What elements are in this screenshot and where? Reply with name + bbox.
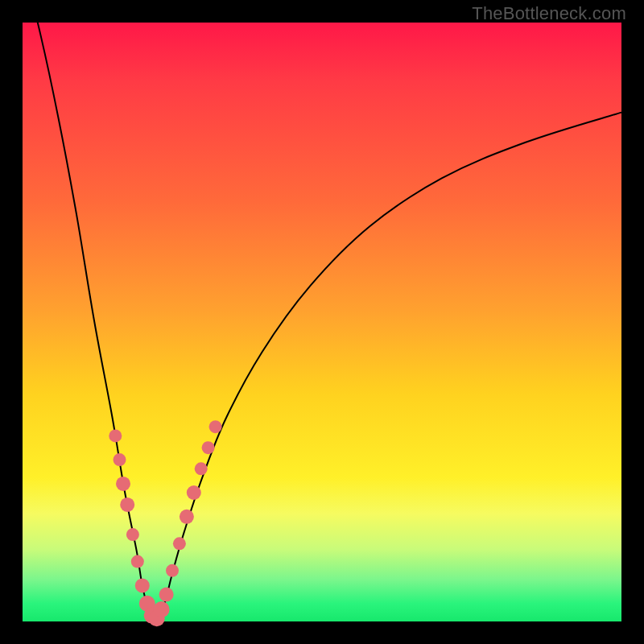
highlight-marker (109, 429, 122, 442)
highlight-marker (180, 510, 194, 524)
highlight-marker (187, 485, 201, 500)
highlight-marker (173, 537, 186, 550)
marker-group (109, 420, 221, 626)
highlight-marker (116, 477, 130, 491)
highlight-marker (114, 453, 126, 466)
highlight-marker (202, 441, 215, 454)
highlight-marker (209, 420, 222, 433)
plot-area (23, 23, 621, 621)
frame: TheBottleneck.com (0, 0, 644, 644)
bottleneck-curve (23, 0, 621, 621)
highlight-marker (131, 555, 144, 568)
highlight-marker (154, 601, 170, 617)
highlight-marker (195, 462, 208, 475)
highlight-marker (120, 497, 134, 512)
highlight-marker (135, 578, 150, 592)
watermark-text: TheBottleneck.com (472, 3, 626, 24)
highlight-marker (159, 588, 174, 602)
highlight-marker (126, 528, 139, 541)
highlight-marker (166, 564, 179, 577)
chart-svg (23, 23, 621, 621)
